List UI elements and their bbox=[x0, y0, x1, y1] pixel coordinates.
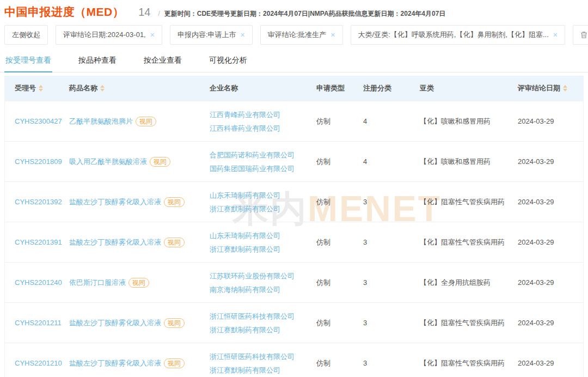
registration-class-cell: 3 bbox=[363, 319, 420, 327]
tab-0[interactable]: 按受理号查看 bbox=[4, 52, 52, 72]
drug-name-cell: 盐酸左沙丁胺醇雾化吸入溶液视同 bbox=[69, 318, 210, 328]
status-badge: 视同 bbox=[164, 358, 185, 368]
filter-chip-1[interactable]: 申报内容:申请上市× bbox=[170, 25, 253, 45]
drug-name-link[interactable]: 乙酰半胱氨酸泡腾片 bbox=[69, 117, 133, 126]
application-type-cell: 仿制 bbox=[316, 157, 363, 167]
company-link[interactable]: 浙江恒研医药科技有限公司 bbox=[210, 350, 311, 363]
company-link[interactable]: 浙江恒研医药科技有限公司 bbox=[210, 309, 311, 323]
sort-icon[interactable] bbox=[563, 85, 567, 92]
acceptance-no-link[interactable]: CYHS2201809 bbox=[15, 157, 62, 166]
company-cell: 合肥国药诺和药业有限公司国药集团国瑞药业有限公司 bbox=[210, 148, 316, 175]
table-row: CYHS2201211盐酸左沙丁胺醇雾化吸入溶液视同浙江恒研医药科技有限公司浙江… bbox=[5, 302, 583, 343]
company-link[interactable]: 山东禾琦制药有限公司 bbox=[210, 229, 311, 242]
tab-3[interactable]: 可视化分析 bbox=[208, 52, 248, 72]
company-link[interactable]: 浙江赛默制药有限公司 bbox=[210, 242, 311, 256]
company-link[interactable]: 江西青峰药业有限公司 bbox=[210, 108, 311, 121]
drug-name-link[interactable]: 盐酸左沙丁胺醇雾化吸入溶液 bbox=[69, 238, 161, 247]
company-link[interactable]: 南京海纳制药有限公司 bbox=[210, 283, 311, 296]
clear-filters-button[interactable]: 清空 bbox=[573, 25, 588, 45]
drug-name-cell: 吸入用乙酰半胱氨酸溶液视同 bbox=[69, 157, 210, 167]
sort-desc-icon bbox=[39, 89, 43, 92]
review-date-cell: 2024-03-29 bbox=[518, 117, 583, 125]
column-header-label: 亚类 bbox=[420, 83, 434, 93]
page-header: 中国申报进度（MED） 14 / 更新时间：CDE受理号更新日期：2024年4月… bbox=[0, 0, 588, 20]
acceptance-no-link[interactable]: CYHS2201392 bbox=[15, 198, 62, 206]
drug-name-line: 吸入用乙酰半胱氨酸溶液视同 bbox=[69, 157, 170, 167]
drug-name-link[interactable]: 盐酸左沙丁胺醇雾化吸入溶液 bbox=[69, 197, 161, 207]
filter-chip-2[interactable]: 审评结论:批准生产× bbox=[260, 25, 343, 45]
column-header-label: 企业名称 bbox=[210, 83, 238, 93]
acceptance-no-link[interactable]: CYHS2201391 bbox=[15, 238, 62, 246]
column-header-0: 受理号 bbox=[5, 83, 69, 93]
table-header-row: 受理号药品名称企业名称申请类型注册分类亚类评审结论日期 bbox=[5, 76, 583, 101]
table-row: CYHS2201809吸入用乙酰半胱氨酸溶液视同合肥国药诺和药业有限公司国药集团… bbox=[5, 141, 583, 181]
table-row: CYHS2201391盐酸左沙丁胺醇雾化吸入溶液视同山东禾琦制药有限公司浙江赛默… bbox=[5, 222, 583, 262]
acceptance-no-link[interactable]: CYHS2300427 bbox=[15, 117, 62, 125]
sort-icon[interactable] bbox=[100, 85, 105, 92]
tab-1[interactable]: 按品种查看 bbox=[77, 52, 118, 72]
registration-class-cell: 4 bbox=[363, 117, 420, 125]
column-header-6: 评审结论日期 bbox=[518, 83, 583, 93]
drug-name-link[interactable]: 盐酸左沙丁胺醇雾化吸入溶液 bbox=[69, 318, 161, 328]
drug-name-cell: 盐酸左沙丁胺醇雾化吸入溶液视同 bbox=[69, 238, 210, 247]
acceptance-no-cell: CYHS2300427 bbox=[5, 117, 69, 125]
sort-asc-icon bbox=[563, 85, 567, 88]
column-header-label: 申请类型 bbox=[316, 83, 345, 93]
company-list: 浙江恒研医药科技有限公司浙江赛默制药有限公司 bbox=[210, 309, 311, 337]
company-link[interactable]: 浙江赛默制药有限公司 bbox=[210, 363, 311, 377]
column-header-label: 受理号 bbox=[15, 83, 36, 93]
filter-chips: 评审结论日期:2024-03-01,×申报内容:申请上市×审评结论:批准生产×大… bbox=[56, 25, 565, 45]
acceptance-no-cell: CYHS2201809 bbox=[5, 157, 69, 166]
table-row: CYHS2300427乙酰半胱氨酸泡腾片视同江西青峰药业有限公司江西科睿药业有限… bbox=[5, 101, 583, 141]
filter-chip-3[interactable]: 大类/亚类:【化】呼吸系统用药,【化】鼻用制剂,【化】阻塞...× bbox=[351, 25, 565, 45]
trash-icon bbox=[580, 31, 587, 39]
close-icon[interactable]: × bbox=[241, 31, 245, 39]
table-body: CYHS2300427乙酰半胱氨酸泡腾片视同江西青峰药业有限公司江西科睿药业有限… bbox=[5, 101, 583, 377]
drug-name-cell: 依巴斯汀口服溶液视同 bbox=[69, 278, 210, 288]
drug-name-link[interactable]: 依巴斯汀口服溶液 bbox=[69, 278, 126, 288]
acceptance-no-link[interactable]: CYHS2201240 bbox=[15, 278, 62, 287]
sort-asc-icon bbox=[39, 85, 43, 88]
company-list: 江西青峰药业有限公司江西科睿药业有限公司 bbox=[210, 108, 311, 135]
acceptance-no-cell: CYHS2201211 bbox=[5, 319, 69, 327]
company-link[interactable]: 江苏联环药业股份有限公司 bbox=[210, 269, 311, 283]
close-icon[interactable]: × bbox=[553, 31, 558, 39]
status-badge: 视同 bbox=[164, 197, 185, 207]
tab-2[interactable]: 按企业查看 bbox=[143, 52, 183, 72]
company-link[interactable]: 江西科睿药业有限公司 bbox=[210, 121, 311, 135]
close-icon[interactable]: × bbox=[150, 31, 155, 39]
acceptance-no-link[interactable]: CYHS2201211 bbox=[15, 319, 62, 327]
filter-chip-label: 申报内容:申请上市 bbox=[177, 30, 236, 40]
application-type-cell: 仿制 bbox=[316, 117, 363, 126]
acceptance-no-cell: CYHS2201210 bbox=[5, 359, 69, 367]
status-badge: 视同 bbox=[164, 318, 185, 328]
column-header-2: 企业名称 bbox=[210, 83, 316, 93]
column-header-inner: 注册分类 bbox=[363, 83, 391, 93]
company-link[interactable]: 山东禾琦制药有限公司 bbox=[210, 188, 311, 202]
filter-chip-label: 审评结论:批准生产 bbox=[268, 30, 327, 40]
company-cell: 江苏联环药业股份有限公司南京海纳制药有限公司 bbox=[210, 269, 316, 296]
page-title: 中国申报进度（MED） bbox=[4, 4, 124, 20]
close-icon[interactable]: × bbox=[330, 31, 335, 39]
drug-name-link[interactable]: 盐酸左沙丁胺醇雾化吸入溶液 bbox=[69, 358, 161, 368]
drug-name-line: 盐酸左沙丁胺醇雾化吸入溶液视同 bbox=[69, 238, 185, 247]
company-list: 合肥国药诺和药业有限公司国药集团国瑞药业有限公司 bbox=[210, 148, 311, 175]
company-link[interactable]: 国药集团国瑞药业有限公司 bbox=[210, 162, 311, 175]
column-header-4: 注册分类 bbox=[363, 83, 420, 93]
drug-name-cell: 盐酸左沙丁胺醇雾化吸入溶液视同 bbox=[69, 358, 210, 368]
acceptance-no-link[interactable]: CYHS2201210 bbox=[15, 359, 62, 367]
filter-chip-0[interactable]: 评审结论日期:2024-03-01,× bbox=[56, 25, 162, 45]
collapse-left-button[interactable]: 左侧收起 bbox=[4, 25, 48, 45]
company-link[interactable]: 浙江赛默制药有限公司 bbox=[210, 323, 311, 337]
company-link[interactable]: 合肥国药诺和药业有限公司 bbox=[210, 148, 311, 162]
sort-desc-icon bbox=[563, 89, 567, 92]
column-header-inner: 评审结论日期 bbox=[518, 83, 567, 93]
drug-name-cell: 盐酸左沙丁胺醇雾化吸入溶液视同 bbox=[69, 197, 210, 207]
sort-icon[interactable] bbox=[39, 85, 43, 92]
review-date-cell: 2024-03-29 bbox=[518, 157, 583, 166]
company-cell: 山东禾琦制药有限公司浙江赛默制药有限公司 bbox=[210, 229, 316, 256]
drug-name-link[interactable]: 吸入用乙酰半胱氨酸溶液 bbox=[69, 157, 147, 167]
sort-asc-icon bbox=[100, 85, 105, 88]
company-link[interactable]: 浙江赛默制药有限公司 bbox=[210, 202, 311, 216]
application-type-cell: 仿制 bbox=[316, 358, 363, 368]
